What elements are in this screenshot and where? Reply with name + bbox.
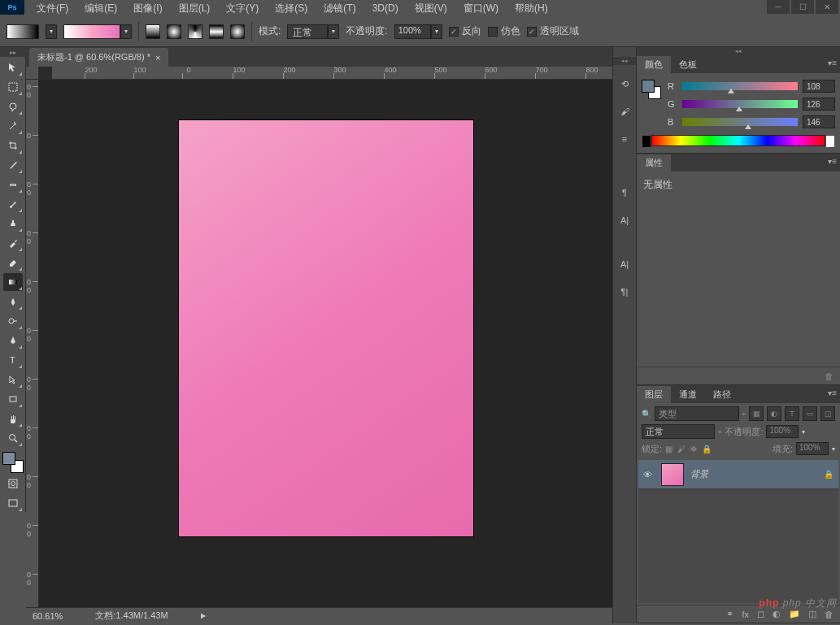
delete-layer-icon[interactable]: 🗑 bbox=[825, 610, 833, 619]
layer-item[interactable]: 👁 背景 🔒 bbox=[638, 460, 838, 489]
gradient-tool[interactable] bbox=[3, 273, 23, 291]
brushes-icon[interactable]: ≡ bbox=[616, 130, 633, 148]
dock-collapse[interactable]: ◂◂ bbox=[613, 57, 636, 65]
menu-3d[interactable]: 3D(D) bbox=[364, 1, 407, 15]
trash-icon[interactable]: 🗑 bbox=[825, 371, 833, 381]
lock-icon[interactable]: 🔒 bbox=[824, 470, 833, 479]
b-slider[interactable] bbox=[682, 118, 798, 126]
canvas[interactable] bbox=[179, 120, 473, 536]
menu-window[interactable]: 窗口(W) bbox=[455, 0, 507, 17]
panel-collapse[interactable]: ◂◂ bbox=[637, 47, 840, 55]
eraser-tool[interactable] bbox=[3, 254, 23, 271]
maximize-button[interactable]: ☐ bbox=[791, 0, 814, 14]
color-swatches[interactable] bbox=[2, 452, 24, 473]
minimize-button[interactable]: ─ bbox=[767, 0, 790, 14]
g-value[interactable]: 126 bbox=[803, 98, 835, 111]
panel-menu-icon[interactable]: ▾≡ bbox=[828, 59, 837, 67]
g-slider[interactable] bbox=[682, 100, 798, 108]
hand-tool[interactable] bbox=[3, 410, 23, 428]
blend-mode-select[interactable]: 正常 bbox=[287, 24, 328, 39]
screen-mode-toggle[interactable] bbox=[3, 494, 23, 512]
dodge-tool[interactable] bbox=[3, 312, 23, 330]
filter-shape-icon[interactable]: ▭ bbox=[803, 406, 817, 421]
color-preview[interactable] bbox=[642, 80, 661, 99]
dither-checkbox[interactable] bbox=[488, 27, 498, 37]
canvas-viewport[interactable] bbox=[39, 80, 612, 607]
magic-wand-tool[interactable] bbox=[3, 117, 23, 135]
gradient-preset-picker[interactable] bbox=[7, 24, 39, 39]
close-icon[interactable]: × bbox=[155, 53, 160, 63]
filter-smart-icon[interactable]: ◫ bbox=[820, 406, 835, 421]
layer-style-icon[interactable]: fx bbox=[742, 610, 749, 619]
history-brush-tool[interactable] bbox=[3, 234, 23, 252]
filter-type-icon[interactable]: T bbox=[785, 406, 799, 421]
menu-edit[interactable]: 编辑(E) bbox=[76, 0, 125, 17]
layer-blend-mode[interactable]: 正常 bbox=[642, 424, 715, 439]
filter-adjust-icon[interactable]: ◐ bbox=[767, 406, 781, 421]
marquee-tool[interactable] bbox=[3, 78, 23, 96]
toolbox-collapse[interactable]: ▸▸ bbox=[0, 47, 26, 57]
menu-type[interactable]: 文字(Y) bbox=[218, 0, 267, 17]
preset-dropdown-arrow[interactable]: ▾ bbox=[46, 24, 57, 39]
vertical-ruler[interactable]: 1 0 0 0 1 0 0 2 0 0 3 0 0 4 0 0 5 0 0 6 … bbox=[26, 80, 39, 607]
filter-pixel-icon[interactable]: ▦ bbox=[749, 406, 764, 421]
brush-tool[interactable] bbox=[3, 195, 23, 213]
move-tool[interactable] bbox=[3, 59, 23, 76]
opacity-dropdown-arrow[interactable]: ▾ bbox=[431, 24, 442, 39]
eyedropper-tool[interactable] bbox=[3, 156, 23, 174]
menu-layer[interactable]: 图层(L) bbox=[171, 0, 219, 17]
layer-fill-input[interactable]: 100% bbox=[796, 442, 829, 455]
color-tab[interactable]: 颜色 bbox=[637, 56, 671, 73]
crop-tool[interactable] bbox=[3, 137, 23, 154]
lock-all-icon[interactable]: 🔒 bbox=[702, 445, 712, 454]
menu-select[interactable]: 选择(S) bbox=[267, 0, 316, 17]
clone-stamp-tool[interactable] bbox=[3, 215, 23, 232]
lock-position-icon[interactable]: ✥ bbox=[690, 445, 697, 454]
close-button[interactable]: ✕ bbox=[816, 0, 838, 14]
channels-tab[interactable]: 通道 bbox=[671, 386, 705, 403]
properties-tab[interactable]: 属性 bbox=[637, 154, 671, 171]
gradient-editor[interactable] bbox=[63, 24, 120, 39]
type-tool[interactable]: T bbox=[3, 351, 23, 369]
panel-menu-icon[interactable]: ▾≡ bbox=[828, 157, 837, 166]
link-layers-icon[interactable]: ⚭ bbox=[726, 609, 733, 619]
swatches-tab[interactable]: 色板 bbox=[671, 56, 705, 73]
horizontal-ruler[interactable]: 200 100 0 100 200 300 400 500 600 700 80… bbox=[52, 67, 612, 80]
rectangle-tool[interactable] bbox=[3, 390, 23, 408]
layer-opacity-input[interactable]: 100% bbox=[766, 425, 799, 438]
mode-dropdown-arrow[interactable]: ▾ bbox=[328, 24, 339, 39]
character-panel-icon[interactable]: ¶ bbox=[616, 184, 633, 202]
angle-gradient-button[interactable] bbox=[188, 24, 202, 39]
blur-tool[interactable] bbox=[3, 293, 23, 310]
menu-filter[interactable]: 滤镜(T) bbox=[316, 0, 363, 17]
reverse-checkbox[interactable]: ✓ bbox=[449, 27, 459, 37]
lock-transparency-icon[interactable]: ▦ bbox=[665, 445, 672, 454]
ruler-origin[interactable] bbox=[26, 67, 39, 80]
reflected-gradient-button[interactable] bbox=[209, 24, 224, 39]
quick-mask-toggle[interactable] bbox=[3, 475, 23, 493]
pen-tool[interactable] bbox=[3, 332, 23, 349]
transparency-checkbox[interactable]: ✓ bbox=[527, 27, 537, 37]
paragraph-panel-icon[interactable]: A| bbox=[616, 211, 633, 229]
visibility-toggle-icon[interactable]: 👁 bbox=[643, 470, 655, 480]
layer-filter-type[interactable]: 类型 bbox=[655, 406, 739, 421]
panel-menu-icon[interactable]: ▾≡ bbox=[828, 388, 837, 397]
zoom-tool[interactable] bbox=[3, 429, 23, 447]
foreground-color[interactable] bbox=[2, 452, 15, 465]
diamond-gradient-button[interactable] bbox=[230, 24, 245, 39]
opacity-input[interactable]: 100% bbox=[394, 24, 431, 39]
healing-brush-tool[interactable] bbox=[3, 176, 23, 193]
b-value[interactable]: 146 bbox=[803, 115, 835, 128]
menu-help[interactable]: 帮助(H) bbox=[507, 0, 556, 17]
brush-presets-icon[interactable]: 🖌 bbox=[616, 102, 633, 120]
char-styles-icon[interactable]: ¶| bbox=[616, 283, 633, 301]
r-slider[interactable] bbox=[682, 82, 798, 90]
document-tab[interactable]: 未标题-1 @ 60.6%(RGB/8) * × bbox=[29, 48, 168, 67]
status-menu-arrow[interactable]: ▶ bbox=[201, 612, 206, 619]
layers-tab[interactable]: 图层 bbox=[637, 386, 671, 403]
layer-name[interactable]: 背景 bbox=[690, 468, 817, 480]
r-value[interactable]: 108 bbox=[803, 80, 835, 93]
history-panel-icon[interactable]: ⟲ bbox=[616, 75, 633, 93]
lock-pixels-icon[interactable]: 🖌 bbox=[677, 445, 685, 454]
linear-gradient-button[interactable] bbox=[146, 24, 160, 39]
